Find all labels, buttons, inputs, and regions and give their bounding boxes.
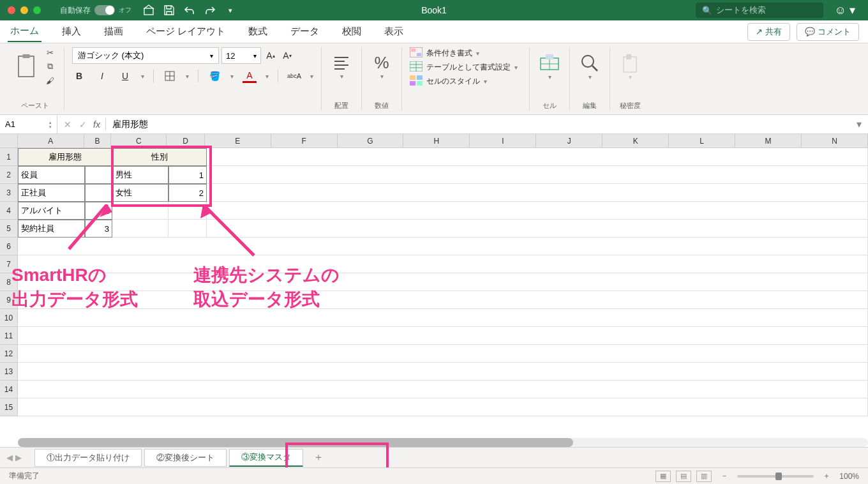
redo-icon[interactable] (204, 4, 216, 16)
col-header[interactable]: I (470, 134, 536, 147)
row-header[interactable]: 3 (0, 184, 18, 202)
zoom-in-button[interactable]: ＋ (823, 471, 830, 481)
sensitivity-button[interactable]: ▾ (618, 47, 642, 86)
cell[interactable] (18, 398, 868, 416)
expand-formula-bar-icon[interactable]: ▾ (850, 118, 868, 130)
alignment-button[interactable]: ▾ (329, 47, 354, 86)
format-as-table-button[interactable]: テーブルとして書式設定 ▾ (410, 61, 521, 73)
row-header[interactable]: 2 (0, 166, 18, 184)
cell[interactable] (85, 166, 112, 184)
formula-input[interactable]: 雇用形態 (106, 119, 850, 130)
cell[interactable] (18, 238, 868, 255)
cell[interactable] (18, 381, 868, 398)
chevron-down-icon[interactable]: ▾ (141, 73, 144, 80)
tab-view[interactable]: 表示 (382, 22, 406, 42)
col-header[interactable]: A (18, 134, 84, 147)
autosave-toggle[interactable]: 自動保存 オフ (60, 5, 131, 16)
cell[interactable] (18, 309, 868, 327)
cell[interactable] (18, 363, 868, 381)
number-format-button[interactable]: % ▾ (370, 47, 394, 86)
chevron-down-icon[interactable]: ▾ (186, 73, 189, 80)
cell[interactable]: 女性 (112, 184, 168, 202)
fill-color-icon[interactable]: 🪣 (207, 69, 221, 83)
search-input[interactable]: 🔍 シートを検索 (696, 3, 823, 18)
cell[interactable] (18, 273, 868, 291)
copy-icon[interactable]: ⧉ (43, 61, 56, 72)
customize-qat-icon[interactable]: ▾ (225, 4, 236, 16)
sheet-tab[interactable]: ②変換後シート (144, 449, 227, 467)
row-header[interactable]: 7 (0, 255, 18, 273)
cell-styles-button[interactable]: セルのスタイル ▾ (410, 75, 521, 87)
cell[interactable] (207, 166, 868, 184)
accept-formula-icon[interactable]: ✓ (79, 119, 87, 130)
row-header[interactable]: 1 (0, 148, 18, 166)
col-header[interactable]: L (669, 134, 735, 147)
col-header[interactable]: G (338, 134, 404, 147)
share-button[interactable]: ↗共有 (747, 23, 790, 41)
row-header[interactable]: 10 (0, 309, 18, 327)
horizontal-scrollbar[interactable] (18, 438, 868, 447)
cell[interactable] (168, 220, 207, 238)
tab-layout[interactable]: ページ レイアウト (144, 22, 228, 42)
row-header[interactable]: 9 (0, 291, 18, 309)
col-header[interactable]: E (205, 134, 271, 147)
tab-home[interactable]: ホーム (8, 21, 41, 42)
tab-formulas[interactable]: 数式 (246, 22, 270, 42)
cells-button[interactable]: ▾ (537, 47, 562, 86)
cell[interactable] (207, 220, 868, 238)
row-header[interactable]: 8 (0, 273, 18, 291)
cell[interactable] (207, 202, 868, 220)
col-header[interactable]: D (167, 134, 204, 147)
row-header[interactable]: 4 (0, 202, 18, 220)
borders-icon[interactable] (163, 69, 177, 83)
home-icon[interactable] (143, 4, 154, 16)
bold-button[interactable]: B (72, 69, 86, 83)
row-header[interactable]: 5 (0, 220, 18, 238)
close-window-icon[interactable] (8, 6, 15, 14)
undo-icon[interactable] (184, 4, 195, 16)
cell[interactable]: 3 (85, 220, 112, 238)
comment-button[interactable]: 💬コメント (797, 23, 859, 41)
cell[interactable]: 2 (168, 184, 207, 202)
spreadsheet-grid[interactable]: A B C D E F G H I J K L M N 1 2 3 4 5 6 … (0, 134, 868, 416)
row-header[interactable]: 15 (0, 398, 18, 416)
row-header[interactable]: 12 (0, 345, 18, 363)
increase-font-icon[interactable]: A▴ (264, 49, 278, 63)
save-icon[interactable] (163, 4, 175, 16)
italic-button[interactable]: I (95, 69, 109, 83)
tab-insert[interactable]: 挿入 (59, 22, 84, 42)
zoom-level[interactable]: 100% (839, 472, 859, 481)
cell[interactable] (112, 220, 168, 238)
cell[interactable] (207, 148, 868, 166)
chevron-down-icon[interactable]: ▾ (230, 73, 234, 80)
sheet-next-icon[interactable]: ▶ (15, 453, 22, 462)
cell[interactable] (18, 327, 868, 345)
sheet-prev-icon[interactable]: ◀ (6, 453, 13, 462)
cell[interactable]: 役員 (18, 166, 85, 184)
tab-draw[interactable]: 描画 (101, 22, 126, 42)
phonetic-icon[interactable]: abcA (287, 69, 301, 83)
cell[interactable] (18, 255, 868, 273)
page-break-view-icon[interactable]: ▥ (696, 471, 712, 482)
cell[interactable]: 2 (85, 202, 112, 220)
cell[interactable] (207, 184, 868, 202)
chevron-down-icon[interactable]: ▾ (310, 73, 313, 80)
row-header[interactable]: 6 (0, 238, 18, 255)
select-all-corner[interactable] (0, 134, 18, 147)
col-header[interactable]: B (84, 134, 112, 147)
col-header[interactable]: K (602, 134, 669, 147)
page-layout-view-icon[interactable]: ▤ (676, 471, 691, 482)
cell[interactable]: 1 (168, 166, 207, 184)
row-header[interactable]: 11 (0, 327, 18, 345)
paste-button[interactable] (14, 47, 38, 86)
cell[interactable]: 契約社員 (18, 220, 85, 238)
cell[interactable] (18, 291, 868, 309)
chevron-down-icon[interactable]: ▾ (266, 73, 269, 80)
toggle-icon[interactable] (94, 5, 115, 15)
decrease-font-icon[interactable]: A▾ (280, 49, 294, 63)
maximize-window-icon[interactable] (33, 6, 41, 14)
cell[interactable]: 正社員 (18, 184, 85, 202)
font-size-select[interactable]: 12▾ (221, 47, 261, 64)
col-header[interactable]: N (802, 134, 868, 147)
editing-button[interactable]: ▾ (578, 47, 602, 86)
